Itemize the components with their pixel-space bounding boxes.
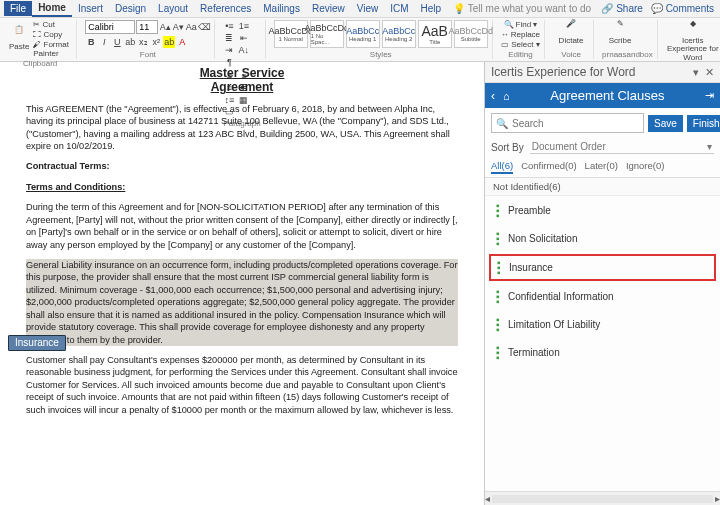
multilevel-button[interactable]: ≣ [223,32,235,44]
exit-icon[interactable]: ⇥ [705,89,714,102]
font-color-button[interactable]: A [176,36,188,48]
clause-item[interactable]: ▪▪▪Non Solicitation [489,226,716,251]
icertis-button[interactable]: ◆Icertis Experience for Word [666,20,720,62]
grip-icon: ▪▪▪ [496,289,502,304]
grip-icon: ▪▪▪ [496,317,502,332]
font-size-select[interactable] [136,20,158,34]
mic-icon: 🎤 [563,20,579,36]
panel-close-icon[interactable]: ✕ [705,66,714,79]
tab-design[interactable]: Design [109,1,152,16]
finish-button[interactable]: Finish [687,115,720,132]
tell-me[interactable]: 💡 Tell me what you want to do [447,1,597,16]
clause-item[interactable]: ▪▪▪Limitation Of Liability [489,312,716,337]
copy-button[interactable]: ⛶ Copy [33,30,72,39]
select-button[interactable]: ▭ Select ▾ [501,40,539,49]
tab-references[interactable]: References [194,1,257,16]
bullets-button[interactable]: •≡ [223,20,235,32]
back-icon[interactable]: ‹ [491,89,495,103]
panel-hscroll[interactable]: ◂ ▸ [485,491,720,505]
tab-home[interactable]: Home [32,0,72,17]
search-icon: 🔍 [496,118,508,129]
clause-item[interactable]: ▪▪▪Preamble [489,198,716,223]
clause-label: Non Solicitation [508,233,577,244]
increase-indent-button[interactable]: ⇥ [223,44,235,56]
scribe-button[interactable]: ✎Scribe [602,20,638,45]
font-name-select[interactable] [85,20,135,34]
scroll-right-icon[interactable]: ▸ [715,493,720,504]
style-nospacing[interactable]: AaBbCcDd1 No Spac... [310,20,344,48]
style-subtitle[interactable]: AaBbCcDdSubtitle [454,20,488,48]
filter-ignore[interactable]: Ignore(0) [626,160,665,174]
grow-font-button[interactable]: A▴ [159,21,171,33]
tab-review[interactable]: Review [306,1,351,16]
icertis-icon: ◆ [685,20,701,36]
clause-item[interactable]: ▪▪▪Insurance [489,254,716,281]
italic-button[interactable]: I [98,36,110,48]
clause-group-head[interactable]: Not Identified(6) [485,178,720,196]
clause-list: ▪▪▪Preamble▪▪▪Non Solicitation▪▪▪Insuran… [485,196,720,367]
panel-header-title: Agreement Clauses [518,88,697,103]
style-heading2[interactable]: AaBbCcHeading 2 [382,20,416,48]
format-painter-button[interactable]: 🖌 Format Painter [33,40,72,58]
scroll-left-icon[interactable]: ◂ [485,493,490,504]
clause-item[interactable]: ▪▪▪Confidential Information [489,284,716,309]
clear-format-button[interactable]: ⌫ [198,21,210,33]
sort-dropdown[interactable]: Document Order▾ [530,140,714,154]
search-wrap: 🔍 [491,113,644,133]
filter-all[interactable]: All(6) [491,160,513,174]
strike-button[interactable]: ab [124,36,136,48]
group-editing-label: Editing [501,49,540,59]
comments-button[interactable]: 💬 Comments [651,3,714,14]
share-button[interactable]: 🔗 Share [601,3,642,14]
replace-button[interactable]: ↔ Replace [501,30,540,39]
tell-me-label: Tell me what you want to do [468,3,591,14]
tab-file[interactable]: File [4,1,32,16]
style-normal[interactable]: AaBbCcDd1 Normal [274,20,308,48]
styles-gallery[interactable]: AaBbCcDd1 Normal AaBbCcDd1 No Spac... Aa… [274,20,488,48]
paste-label: Paste [9,43,29,51]
group-voice: 🎤Dictate Voice [549,20,594,59]
search-input[interactable] [512,118,639,129]
clause-label: Limitation Of Liability [508,319,600,330]
tab-icm[interactable]: ICM [384,1,414,16]
grip-icon: ▪▪▪ [496,203,502,218]
filter-later[interactable]: Later(0) [585,160,618,174]
save-button[interactable]: Save [648,115,683,132]
scroll-track[interactable] [492,495,713,503]
filter-confirmed[interactable]: Confirmed(0) [521,160,576,174]
bold-button[interactable]: B [85,36,97,48]
subscript-button[interactable]: x₂ [137,36,149,48]
cut-button[interactable]: ✂ Cut [33,20,72,29]
home-icon[interactable]: ⌂ [503,90,510,102]
paste-icon: 📋 [11,26,27,42]
sort-button[interactable]: A↓ [238,44,250,56]
clause-item[interactable]: ▪▪▪Termination [489,340,716,365]
tab-help[interactable]: Help [415,1,448,16]
clause-tag-chip[interactable]: Insurance [8,335,66,351]
text-highlight-button[interactable]: ab [163,36,175,48]
dictate-button[interactable]: 🎤Dictate [553,20,589,45]
paste-button[interactable]: 📋Paste [8,26,30,51]
numbering-button[interactable]: 1≡ [238,20,250,32]
tab-insert[interactable]: Insert [72,1,109,16]
document-body[interactable]: Master Service Agreement This AGREEMENT … [0,62,484,505]
panel-menu-icon[interactable]: ▾ [693,66,699,79]
decrease-indent-button[interactable]: ⇤ [238,32,250,44]
shrink-font-button[interactable]: A▾ [172,21,184,33]
group-editing: 🔍 Find ▾ ↔ Replace ▭ Select ▾ Editing [497,20,545,59]
tab-view[interactable]: View [351,1,385,16]
tab-mailings[interactable]: Mailings [257,1,306,16]
doc-nonsolicit: During the term of this Agreement and fo… [26,201,458,251]
tab-layout[interactable]: Layout [152,1,194,16]
grip-icon: ▪▪▪ [496,231,502,246]
change-case-button[interactable]: Aa [185,21,197,33]
superscript-button[interactable]: x² [150,36,162,48]
underline-button[interactable]: U [111,36,123,48]
group-paragraph: •≡ 1≡ ≣ ⇤ ⇥ A↓ ¶ ≡ ≡ ≡ ≣ ↕≡ ▦ ▭ Paragrap… [219,20,265,59]
scribe-icon: ✎ [612,20,628,36]
grip-icon: ▪▪▪ [497,260,503,275]
style-heading1[interactable]: AaBbCcHeading 1 [346,20,380,48]
style-title[interactable]: AaBTitle [418,20,452,48]
group-styles: AaBbCcDd1 Normal AaBbCcDd1 No Spac... Aa… [270,20,493,59]
find-button[interactable]: 🔍 Find ▾ [504,20,538,29]
